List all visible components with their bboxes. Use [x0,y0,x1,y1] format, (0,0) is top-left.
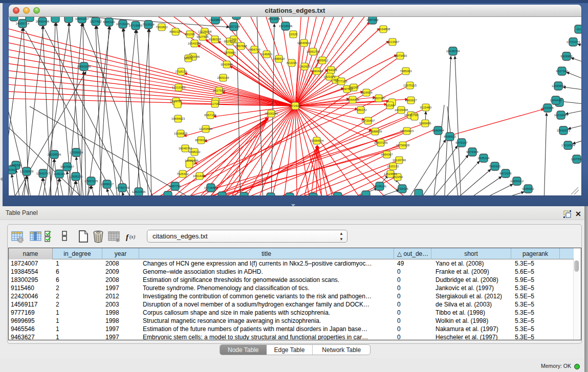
svg-text:546: 546 [231,38,237,41]
svg-text:16033809: 16033809 [209,18,223,21]
svg-text:62160: 62160 [386,104,395,107]
svg-text:19654923: 19654923 [400,129,414,133]
svg-text:1244419: 1244419 [550,99,562,102]
svg-text:16154808: 16154808 [377,28,390,31]
svg-text:10973493: 10973493 [394,54,407,57]
svg-text:19218506: 19218506 [279,25,293,28]
svg-text:9115460: 9115460 [420,106,432,109]
svg-text:3875685: 3875685 [224,51,236,54]
svg-text:2718170: 2718170 [175,70,187,73]
svg-text:10025438: 10025438 [395,108,408,112]
svg-text:16914479: 16914479 [193,174,207,178]
svg-text:7386372: 7386372 [355,108,367,112]
svg-text:13325: 13325 [289,33,298,36]
svg-text:12823446: 12823446 [132,190,146,193]
svg-text:3215958: 3215958 [541,106,554,110]
svg-text:17016504: 17016504 [561,144,575,147]
svg-text:9474444: 9474444 [466,150,478,154]
svg-text:18640910: 18640910 [297,41,311,45]
svg-text:10210643: 10210643 [554,114,568,117]
svg-text:9242848: 9242848 [221,63,233,66]
svg-text:1733426: 1733426 [396,187,408,190]
svg-text:7625402: 7625402 [177,172,189,176]
svg-text:8813054: 8813054 [268,17,280,20]
svg-text:1145194: 1145194 [54,172,66,176]
svg-text:16543382: 16543382 [188,42,202,45]
svg-text:20053346: 20053346 [77,65,91,68]
svg-text:9684067: 9684067 [381,153,393,156]
svg-text:1167534: 1167534 [571,158,581,161]
svg-text:8186328: 8186328 [209,38,221,41]
svg-text:7357224: 7357224 [228,25,240,28]
svg-text:8878334: 8878334 [195,139,207,142]
svg-text:9699695: 9699695 [419,122,431,125]
svg-text:7632621: 7632621 [489,165,501,168]
svg-text:18807249: 18807249 [374,141,388,144]
svg-text:8938923: 8938923 [444,135,456,138]
svg-text:9777169: 9777169 [335,80,347,83]
svg-text:1588520: 1588520 [273,57,285,60]
svg-text:13751074: 13751074 [567,40,580,43]
svg-text:15692971: 15692971 [557,129,571,132]
svg-text:391919: 391919 [9,168,17,171]
svg-text:6479197: 6479197 [455,141,468,144]
svg-text:8990448: 8990448 [311,70,323,73]
svg-text:10958117: 10958117 [100,183,114,186]
svg-text:1615132: 1615132 [387,165,399,168]
svg-text:3824554: 3824554 [360,91,373,94]
svg-text:12156829: 12156829 [20,170,34,173]
svg-text:1362615: 1362615 [298,65,311,68]
svg-text:12093872: 12093872 [552,84,565,87]
svg-text:15720407: 15720407 [361,119,375,122]
svg-text:16782759: 16782759 [116,186,129,189]
svg-text:19756928: 19756928 [396,144,410,147]
svg-text:9463627: 9463627 [405,99,417,102]
svg-text:9457791: 9457791 [169,185,181,188]
svg-text:1527602: 1527602 [90,20,102,23]
svg-text:19166825: 19166825 [174,132,188,135]
svg-text:6466160: 6466160 [103,20,115,24]
svg-text:20206536: 20206536 [48,153,61,156]
svg-text:252254: 252254 [393,176,403,179]
svg-text:16099489: 16099489 [185,159,199,162]
svg-text:16495758: 16495758 [404,114,418,117]
svg-text:39975887: 39975887 [60,165,74,168]
svg-text:111: 111 [576,28,581,31]
svg-text:17957225: 17957225 [84,180,98,183]
svg-text:8427552: 8427552 [213,89,225,92]
svg-text:9527506: 9527506 [197,35,209,38]
svg-text:16961758: 16961758 [307,50,320,53]
svg-text:17359924: 17359924 [70,151,83,154]
svg-text:10653267: 10653267 [75,17,89,20]
svg-text:10807487: 10807487 [372,97,386,100]
svg-text:19384554: 19384554 [310,139,324,142]
svg-text:7663822: 7663822 [156,26,168,29]
svg-text:16648784: 16648784 [446,50,460,53]
svg-text:12505135: 12505135 [69,175,83,178]
svg-text:8454749: 8454749 [248,48,260,51]
svg-text:2867608: 2867608 [235,45,247,48]
svg-text:2935114: 2935114 [478,157,490,160]
svg-text:13226058: 13226058 [198,30,212,33]
svg-text:18300295: 18300295 [265,112,278,115]
svg-text:7955812: 7955812 [316,59,329,62]
svg-text:2803144: 2803144 [217,76,229,79]
svg-text:8471676: 8471676 [499,172,512,175]
svg-text:6794028: 6794028 [325,69,337,72]
svg-text:98901: 98901 [184,57,193,60]
svg-text:1640954: 1640954 [432,129,444,132]
svg-text:9146821: 9146821 [260,53,273,56]
svg-text:11353594: 11353594 [199,127,213,130]
svg-text:9498222: 9498222 [188,150,201,154]
svg-text:12213369: 12213369 [172,86,186,89]
svg-text:11700: 11700 [211,102,220,105]
svg-text:1919755: 1919755 [170,100,182,103]
svg-text:12213967: 12213967 [386,40,400,43]
svg-text:8267130: 8267130 [204,114,216,117]
svg-text:16046766: 16046766 [179,147,192,150]
svg-text:7515524: 7515524 [142,23,155,26]
svg-text:822036: 822036 [287,61,297,64]
svg-text:20364436: 20364436 [346,98,360,101]
svg-text:12975115: 12975115 [403,84,417,87]
svg-text:24055714: 24055714 [16,22,30,25]
